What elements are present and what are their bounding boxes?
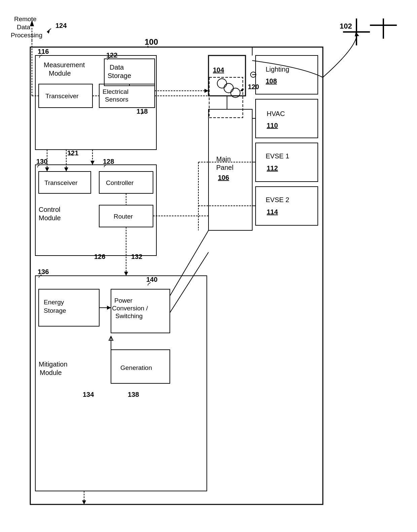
svg-text:Control: Control (39, 206, 60, 213)
svg-text:Module: Module (49, 70, 71, 77)
svg-text:Storage: Storage (44, 307, 66, 314)
svg-text:122: 122 (106, 51, 117, 59)
svg-text:Remote: Remote (14, 15, 37, 23)
svg-text:Lighting: Lighting (266, 66, 289, 73)
svg-text:132: 132 (131, 253, 142, 260)
svg-text:Switching: Switching (115, 312, 143, 319)
svg-text:Electrical: Electrical (103, 88, 128, 95)
svg-text:Processing: Processing (11, 32, 42, 39)
svg-text:Sensors: Sensors (105, 96, 128, 103)
svg-text:Mitigation: Mitigation (39, 360, 68, 368)
svg-text:EVSE 2: EVSE 2 (266, 196, 289, 203)
svg-text:Energy: Energy (44, 299, 64, 306)
svg-text:130: 130 (36, 158, 47, 165)
svg-text:124: 124 (55, 22, 67, 29)
svg-text:Storage: Storage (108, 72, 131, 79)
svg-text:134: 134 (83, 391, 94, 398)
svg-text:Controller: Controller (106, 179, 134, 186)
svg-text:Data: Data (17, 24, 31, 31)
svg-text:108: 108 (266, 77, 277, 85)
svg-text:Module: Module (40, 369, 62, 376)
svg-text:114: 114 (267, 208, 278, 216)
svg-text:102: 102 (340, 22, 352, 30)
svg-text:136: 136 (38, 268, 49, 275)
svg-text:116: 116 (38, 48, 49, 55)
svg-text:EVSE 1: EVSE 1 (266, 152, 289, 160)
svg-text:Transceiver: Transceiver (45, 92, 79, 100)
diagram-container: 100 102 116 Measurement Module Transceiv… (0, 0, 417, 532)
svg-text:118: 118 (137, 108, 148, 115)
svg-text:Main: Main (216, 155, 231, 163)
svg-text:126: 126 (94, 253, 105, 260)
svg-text:HVAC: HVAC (267, 110, 285, 117)
svg-text:120: 120 (248, 83, 259, 90)
svg-text:110: 110 (267, 122, 278, 129)
ref-100-label: 100 (145, 37, 158, 46)
svg-text:Power: Power (114, 297, 133, 304)
svg-text:Router: Router (114, 213, 133, 220)
svg-text:121: 121 (67, 149, 78, 157)
svg-text:128: 128 (103, 158, 114, 165)
svg-text:Transceiver: Transceiver (44, 179, 78, 186)
svg-text:140: 140 (146, 276, 157, 283)
svg-text:138: 138 (128, 391, 139, 398)
svg-text:Module: Module (39, 214, 61, 222)
svg-text:112: 112 (267, 164, 278, 172)
svg-text:104: 104 (213, 66, 224, 74)
svg-text:Panel: Panel (216, 164, 233, 171)
svg-text:106: 106 (218, 174, 229, 181)
svg-text:Conversion /: Conversion / (112, 305, 148, 312)
svg-text:Measurement: Measurement (44, 61, 85, 69)
svg-text:Generation: Generation (120, 364, 152, 371)
svg-text:Data: Data (110, 64, 124, 71)
